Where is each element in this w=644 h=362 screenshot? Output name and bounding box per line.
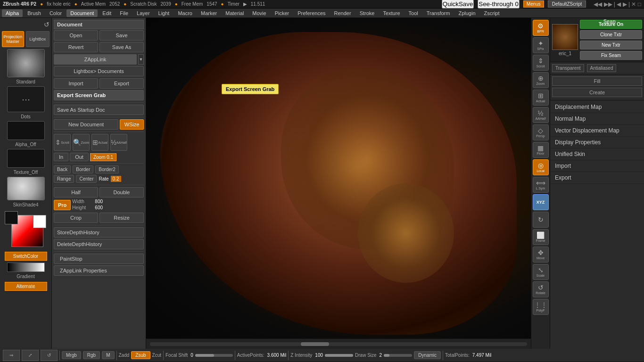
delete-depth-history-button[interactable]: DeleteDepthHistory xyxy=(54,239,144,249)
menu-item-alpha[interactable]: Alpha xyxy=(2,9,23,17)
menu-item-zscript[interactable]: Zscript xyxy=(480,9,504,17)
antialiased-button[interactable]: Antialiased xyxy=(587,64,617,72)
canvas-scroll-thumb[interactable] xyxy=(301,342,329,346)
pro-button[interactable]: Pro xyxy=(54,200,71,210)
projection-master-button[interactable]: ProjectionMaster xyxy=(2,31,24,47)
wsize-button[interactable]: WSize xyxy=(120,119,144,130)
menu-item-preferences[interactable]: Preferences xyxy=(294,9,329,17)
zoom-icon-btn[interactable]: 🔍 Zoom xyxy=(73,134,90,151)
double-button[interactable]: Double xyxy=(99,187,144,197)
menu-item-picker[interactable]: Picker xyxy=(271,9,293,17)
alpha-off-thumb[interactable] xyxy=(7,121,45,140)
center-button[interactable]: Center xyxy=(76,175,97,183)
zapplink-properties-button[interactable]: ZAppLink Properties xyxy=(54,265,144,276)
menu-item-stroke[interactable]: Stroke xyxy=(356,9,379,17)
fill-button[interactable]: Fill xyxy=(552,76,642,86)
half-button[interactable]: Half xyxy=(54,187,98,197)
persp-button[interactable]: ◇ Persp xyxy=(533,124,549,140)
range-button[interactable]: Range xyxy=(54,175,74,183)
document-panel-header[interactable]: Document xyxy=(54,20,144,29)
right-import-item[interactable]: Import xyxy=(550,160,644,172)
scroll-icon-btn[interactable]: ⇕ Scroll xyxy=(54,134,71,151)
rotate-button[interactable]: ↺ Rotate xyxy=(533,281,549,297)
scale-tool-btn[interactable]: ⤢ xyxy=(22,350,39,361)
menu-item-edit[interactable]: Edit xyxy=(99,9,115,17)
mrgb-button[interactable]: Mrgb xyxy=(62,351,81,359)
display-properties-item[interactable]: Display Properties xyxy=(550,137,644,148)
menu-item-document[interactable]: Document xyxy=(66,9,98,17)
zapplink-button[interactable]: ZAppLink xyxy=(54,54,137,65)
xyz-button[interactable]: XYZ xyxy=(533,194,549,210)
default-zscript-button[interactable]: DefaultZScript xyxy=(548,0,586,8)
unified-skin-item[interactable]: Unified Skin xyxy=(550,148,644,160)
spix-button[interactable]: ✦ SPix xyxy=(533,37,549,53)
crop-button[interactable]: Crop xyxy=(54,213,98,223)
menu-item-movie[interactable]: Movie xyxy=(248,9,270,17)
canvas-area[interactable]: Export Screen Grab xyxy=(146,18,531,349)
actual-icon-btn[interactable]: ⊞ Actual xyxy=(91,134,108,151)
quicksave-button[interactable]: QuickSave xyxy=(442,0,474,8)
canvas-scroll-bar[interactable] xyxy=(150,342,527,346)
menu-item-color[interactable]: Color xyxy=(46,9,66,17)
local-button[interactable]: ◎ Local xyxy=(533,159,549,175)
menu-item-brush[interactable]: Brush xyxy=(24,9,45,17)
rotate-sym-button[interactable]: ↻ xyxy=(533,212,549,228)
zsub-button[interactable]: Zsub xyxy=(131,351,150,359)
move-tool-btn[interactable]: ⇒ xyxy=(3,350,20,361)
alternate-button[interactable]: Alternate xyxy=(5,282,47,291)
rgb-button[interactable]: Rgb xyxy=(83,351,100,359)
back-button[interactable]: Back xyxy=(54,165,71,173)
texture-off-thumb[interactable] xyxy=(7,149,45,168)
right-actual-button[interactable]: ⊞ Actual xyxy=(533,90,549,106)
menu-item-marker[interactable]: Marker xyxy=(197,9,221,17)
menu-item-texture[interactable]: Texture xyxy=(379,9,404,17)
clone-txtr-button[interactable]: Clone Txtr xyxy=(580,30,642,39)
transparent-button[interactable]: Transparent xyxy=(552,64,584,72)
swatch-black[interactable] xyxy=(5,211,18,224)
refresh-icon[interactable]: ↺ xyxy=(44,21,50,28)
import-button[interactable]: Import xyxy=(54,78,98,89)
skin-shade-thumb[interactable] xyxy=(7,177,45,200)
swatch-white[interactable] xyxy=(33,215,46,228)
right-scroll-button[interactable]: ⇕ Scroll xyxy=(533,55,549,71)
right-zoom-button[interactable]: ⊕ Zoom xyxy=(533,72,549,88)
menus-button[interactable]: Menus xyxy=(523,0,544,8)
new-document-button[interactable]: New Document xyxy=(54,119,118,130)
m-button[interactable]: M xyxy=(102,351,114,359)
paint-stop-button[interactable]: PaintStop xyxy=(54,254,144,264)
bpr-button[interactable]: ⚙ BPR xyxy=(533,20,549,36)
normal-map-item[interactable]: Normal Map xyxy=(550,113,644,125)
menu-item-layer[interactable]: Layer xyxy=(133,9,154,17)
lightbox-button[interactable]: LightBox xyxy=(26,31,50,47)
menu-item-macro[interactable]: Macro xyxy=(174,9,196,17)
displacement-map-item[interactable]: Displacement Map xyxy=(550,101,644,113)
menu-item-file[interactable]: File xyxy=(116,9,132,17)
standard-brush-thumb[interactable] xyxy=(7,49,45,77)
in-button[interactable]: In xyxy=(54,153,68,161)
export-button[interactable]: Export xyxy=(99,78,144,89)
z-intensity-slider[interactable] xyxy=(325,354,353,357)
menu-item-transform[interactable]: Transform xyxy=(423,9,454,17)
save-as-startup-doc-button[interactable]: Save As Startup Doc xyxy=(54,105,144,115)
revert-button[interactable]: Revert xyxy=(54,42,98,52)
menu-item-light[interactable]: Light xyxy=(155,9,173,17)
border2-button[interactable]: Border2 xyxy=(95,165,119,173)
rotate-tool-btn[interactable]: ↺ xyxy=(41,350,58,361)
save-as-button[interactable]: Save As xyxy=(99,42,144,52)
lightbox-documents-button[interactable]: Lightbox> Documents xyxy=(54,66,144,76)
scale-button[interactable]: ⤡ Scale xyxy=(533,264,549,280)
dynamic-button[interactable]: Dynamic xyxy=(414,351,441,359)
border-button[interactable]: Border xyxy=(73,165,93,173)
aahalf-icon-btn[interactable]: ½ AAHalf xyxy=(110,134,127,151)
right-export-item[interactable]: Export xyxy=(550,172,644,184)
create-button[interactable]: Create xyxy=(552,88,642,97)
gradient-display[interactable] xyxy=(7,263,45,272)
see-through-button[interactable]: See-through 0 xyxy=(478,0,519,8)
menu-item-render[interactable]: Render xyxy=(330,9,355,17)
out-button[interactable]: Out xyxy=(70,153,89,161)
draw-size-slider[interactable] xyxy=(384,354,412,357)
right-aahalf-button[interactable]: ½ AAHalf xyxy=(533,107,549,123)
focal-shift-slider[interactable] xyxy=(195,354,233,357)
polyf-button[interactable]: ⋮⋮ PolyF xyxy=(533,299,549,315)
save-button[interactable]: Save xyxy=(99,30,144,41)
